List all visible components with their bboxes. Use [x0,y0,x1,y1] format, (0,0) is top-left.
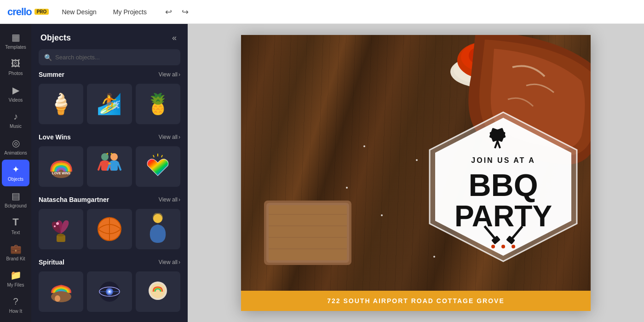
category-header-love-wins: Love Wins View all › [39,133,180,141]
love-wins-objects-grid: LOVE WINS [39,146,180,187]
sidebar-label-how-it: How It [9,309,22,314]
svg-text:BBQ: BBQ [468,167,538,202]
svg-line-12 [153,155,154,157]
my-files-icon: 📁 [10,270,22,281]
undo-button[interactable]: ↩ [161,5,176,19]
main-layout: ▦ Templates 🖼 Photos ▶ Videos ♪ Music ◎ … [0,24,644,322]
plant-svg [48,214,74,244]
redo-button[interactable]: ↪ [178,5,193,19]
svg-rect-46 [269,205,347,260]
icon-sidebar: ▦ Templates 🖼 Photos ▶ Videos ♪ Music ◎ … [0,24,31,322]
summer-objects-grid: 🍦 🏄 🍍 [39,84,180,124]
category-love-wins: Love Wins View all › [39,133,180,187]
sidebar-item-videos[interactable]: ▶ Videos [2,80,29,107]
object-popsicle[interactable]: 🍦 [39,84,83,124]
sidebar-item-brand-kit[interactable]: 💼 Brand Kit [2,239,29,265]
rainbow-hands-svg: LOVE WINS [47,154,75,179]
sidebar-label-music: Music [10,124,22,129]
sidebar-item-my-files[interactable]: 📁 My Files [2,265,29,292]
object-figure[interactable] [136,209,180,249]
view-all-love-wins[interactable]: View all › [159,134,180,140]
object-pineapple[interactable]: 🍍 [136,84,180,124]
category-name-natascha: Natascha Baumgartner [39,196,109,203]
address-bar: 722 SOUTH AIRPORT ROAD COTTAGE GROVE [241,291,591,311]
category-spiritual: Spiritual View all › [39,259,180,312]
objects-scroll: Summer View all › 🍦 🏄 🍍 [31,71,188,322]
search-input[interactable] [39,49,180,65]
address-text: 722 SOUTH AIRPORT ROAD COTTAGE GROVE [327,297,504,305]
spiritual2-svg [96,278,123,305]
object-rainbow-heart[interactable] [136,146,180,187]
category-summer: Summer View all › 🍦 🏄 🍍 [39,71,180,124]
sidebar-item-photos[interactable]: 🖼 Photos [2,54,29,80]
photos-icon: 🖼 [11,58,20,69]
category-natascha: Natascha Baumgartner View all › [39,196,180,249]
sidebar-label-text: Text [12,230,20,235]
object-plant[interactable] [39,209,83,249]
view-all-summer[interactable]: View all › [159,71,180,78]
sidebar-label-my-files: My Files [7,282,24,288]
sidebar-item-text[interactable]: T Text [2,213,29,239]
cutting-board [259,191,361,274]
svg-point-34 [150,283,165,298]
my-projects-link[interactable]: My Projects [109,6,150,18]
object-surfer[interactable]: 🏄 [87,84,132,124]
panel-header: Objects « [31,24,188,49]
text-icon: T [12,216,18,228]
view-all-natascha[interactable]: View all › [159,196,180,203]
svg-point-23 [51,291,71,302]
svg-text:✦ ✦: ✦ ✦ [106,152,113,156]
view-all-spiritual[interactable]: View all › [159,259,180,265]
object-spiritual-2[interactable] [87,271,132,312]
animations-icon: ◎ [12,138,20,149]
svg-point-65 [501,245,505,248]
category-name-summer: Summer [39,71,64,78]
sidebar-label-templates: Templates [5,45,26,50]
logo-text: crello [7,6,32,18]
svg-point-66 [512,245,515,248]
category-header-summer: Summer View all › [39,71,180,78]
svg-point-24 [55,295,60,302]
hex-badge-container: JOIN US AT A BBQ PARTY [420,104,586,270]
how-it-icon: ? [13,296,18,307]
nav-actions: ↩ ↪ [161,5,193,19]
svg-point-25 [62,295,68,302]
sidebar-item-templates[interactable]: ▦ Templates [2,28,29,54]
spiritual3-svg [144,278,172,305]
objects-panel: Objects « 🔍 Summer View all › 🍦 [31,24,188,322]
svg-point-15 [57,234,64,236]
object-couple[interactable]: ✦ ✦ [87,146,132,187]
svg-point-16 [56,222,59,225]
object-spiritual-3[interactable] [136,271,180,312]
objects-icon: ✦ [12,164,20,175]
sidebar-label-objects: Objects [8,177,23,182]
object-spiritual-1[interactable] [39,271,83,312]
background-icon: ▤ [12,190,20,201]
logo-pro-badge: PRO [34,9,49,15]
object-basketball[interactable] [87,209,132,249]
svg-text:LOVE WINS: LOVE WINS [52,172,70,175]
canvas-area[interactable]: JOIN US AT A BBQ PARTY [188,24,644,322]
category-name-spiritual: Spiritual [39,259,64,266]
hex-badge-svg: JOIN US AT A BBQ PARTY [425,109,581,265]
object-rainbow-hands[interactable]: LOVE WINS [39,146,83,187]
templates-icon: ▦ [12,32,20,43]
panel-collapse-button[interactable]: « [170,31,178,45]
new-design-link[interactable]: New Design [58,6,100,18]
music-icon: ♪ [13,111,18,122]
brand-kit-icon: 💼 [10,243,22,254]
svg-line-13 [161,155,162,157]
sidebar-item-objects[interactable]: ✦ Objects [2,160,29,186]
sidebar-item-music[interactable]: ♪ Music [2,107,29,133]
sidebar-item-animations[interactable]: ◎ Animations [2,133,29,160]
sidebar-item-how-it[interactable]: ? How It [2,292,29,318]
salt-particle-3 [381,214,383,216]
salt-particle-2 [346,187,348,189]
sidebar-label-brand-kit: Brand Kit [6,256,25,261]
category-header-spiritual: Spiritual View all › [39,259,180,266]
svg-line-9 [118,162,121,170]
sidebar-item-background[interactable]: ▤ Bckground [2,186,29,213]
figure-svg [145,213,171,245]
logo[interactable]: crello PRO [7,6,49,18]
design-card: JOIN US AT A BBQ PARTY [241,35,591,311]
